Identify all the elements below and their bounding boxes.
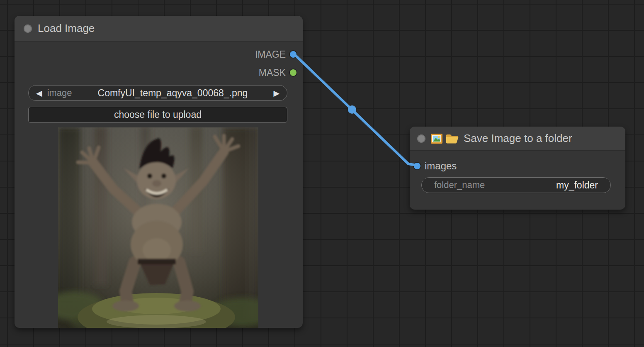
load-image-node-title: Load Image bbox=[38, 22, 95, 35]
link-image-to-images[interactable] bbox=[294, 54, 417, 165]
output-dot-mask[interactable] bbox=[290, 69, 296, 76]
node-load-image[interactable]: Load Image IMAGE MASK ◀ image ComfyUI_te… bbox=[15, 16, 303, 328]
node-collapse-dot-icon[interactable] bbox=[417, 134, 425, 143]
folder-name-label: folder_name bbox=[434, 180, 485, 191]
output-slot-mask: MASK bbox=[259, 66, 296, 79]
input-slot-images: images bbox=[414, 160, 457, 172]
folder-name-value[interactable]: my_folder bbox=[556, 180, 598, 191]
save-image-title-bar[interactable]: Save Image to a folder bbox=[410, 127, 625, 151]
input-dot-images[interactable] bbox=[414, 163, 420, 169]
output-label-mask: MASK bbox=[259, 67, 286, 78]
input-label-images: images bbox=[425, 160, 457, 172]
output-slot-image: IMAGE bbox=[255, 48, 296, 61]
folder-name-widget[interactable]: folder_name my_folder bbox=[421, 177, 611, 193]
combo-widget-label: image bbox=[47, 88, 72, 98]
upload-button[interactable]: choose file to upload bbox=[28, 107, 287, 123]
combo-widget-value[interactable]: ComfyUI_temp_aqyva_00068_.png bbox=[72, 88, 274, 99]
save-image-node-title: Save Image to a folder bbox=[464, 132, 572, 145]
output-dot-image[interactable] bbox=[290, 51, 296, 58]
combo-prev-icon[interactable]: ◀ bbox=[36, 89, 42, 97]
image-combo-widget[interactable]: ◀ image ComfyUI_temp_aqyva_00068_.png ▶ bbox=[28, 85, 287, 101]
node-collapse-dot-icon[interactable] bbox=[24, 24, 32, 33]
image-preview bbox=[58, 127, 258, 328]
node-save-image-to-folder[interactable]: Save Image to a folder images folder_nam… bbox=[410, 127, 625, 210]
picture-icon bbox=[430, 133, 443, 144]
troll-forest-illustration bbox=[58, 127, 258, 328]
node-title-icons bbox=[430, 133, 459, 144]
combo-next-icon[interactable]: ▶ bbox=[273, 89, 279, 97]
folder-icon bbox=[445, 133, 459, 144]
link-midpoint-dot[interactable] bbox=[348, 105, 356, 114]
node-graph-canvas[interactable]: Load Image IMAGE MASK ◀ image ComfyUI_te… bbox=[0, 0, 644, 347]
output-label-image: IMAGE bbox=[255, 49, 286, 60]
load-image-title-bar[interactable]: Load Image bbox=[15, 16, 303, 42]
